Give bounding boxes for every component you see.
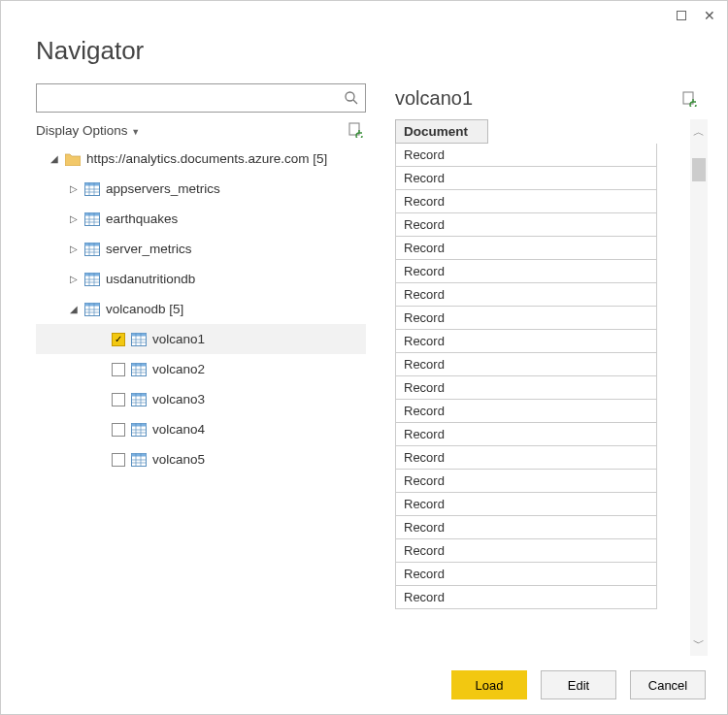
preview-body: Document RecordRecordRecordRecordRecordR…: [395, 119, 708, 656]
table-row[interactable]: Record: [395, 423, 657, 446]
search-icon[interactable]: [344, 90, 359, 106]
search-box[interactable]: [36, 83, 366, 113]
table-row[interactable]: Record: [395, 446, 657, 470]
refresh-icon[interactable]: [348, 122, 364, 138]
titlebar: ✕: [1, 1, 727, 30]
table-icon: [131, 453, 147, 467]
tree-collection[interactable]: volcano5: [36, 444, 366, 474]
table-row[interactable]: Record: [395, 400, 657, 423]
tree-db[interactable]: ▷earthquakes: [36, 204, 366, 234]
table-row[interactable]: Record: [395, 353, 657, 376]
checkbox-icon[interactable]: [112, 453, 125, 467]
tree-collection[interactable]: volcano2: [36, 354, 366, 384]
display-options-label: Display Options: [36, 123, 128, 138]
preview-grid: Document RecordRecordRecordRecordRecordR…: [395, 119, 682, 656]
navigator-window: ✕ Navigator Display Options ▼: [0, 0, 728, 715]
table-row[interactable]: Record: [395, 144, 657, 167]
table-row[interactable]: Record: [395, 493, 657, 516]
tree-db-label: usdanutritiondb: [106, 272, 195, 286]
tree-db-label: server_metrics: [106, 242, 192, 256]
scroll-up-icon[interactable]: ︿: [690, 119, 708, 145]
tree-collection-label: volcano4: [152, 422, 205, 437]
checkbox-icon[interactable]: [112, 393, 125, 406]
svg-rect-28: [85, 303, 100, 306]
tree-root[interactable]: ◢ https://analytics.documents.azure.com …: [36, 144, 366, 174]
table-row[interactable]: Record: [395, 260, 657, 283]
table-icon: [131, 423, 147, 437]
svg-line-1: [353, 100, 357, 104]
table-row[interactable]: Record: [395, 516, 657, 539]
table-row[interactable]: Record: [395, 283, 657, 307]
scrollbar[interactable]: ︿ ﹀: [690, 119, 708, 656]
caret-right-icon: ▷: [69, 213, 79, 224]
display-options-row: Display Options ▼: [36, 113, 366, 144]
tree-db-volcanodb[interactable]: ◢ volcanodb [5]: [36, 294, 366, 324]
tree: ◢ https://analytics.documents.azure.com …: [36, 144, 366, 474]
svg-rect-34: [132, 333, 147, 336]
tree-collection-label: volcano3: [152, 392, 205, 406]
display-options-button[interactable]: Display Options ▼: [36, 123, 140, 138]
table-row[interactable]: Record: [395, 190, 657, 213]
caret-down-icon: ◢: [50, 153, 59, 164]
table-row[interactable]: Record: [395, 376, 657, 400]
preview-title: volcano1: [395, 87, 473, 110]
right-pane: volcano1 Document RecordRecordRecordReco…: [395, 83, 708, 656]
table-row[interactable]: Record: [395, 167, 657, 190]
cancel-button[interactable]: Cancel: [630, 670, 706, 699]
table-icon: [84, 273, 100, 286]
checkbox-checked-icon[interactable]: ✓: [112, 333, 125, 346]
caret-down-icon: ◢: [69, 304, 79, 314]
tree-db[interactable]: ▷usdanutritiondb: [36, 264, 366, 294]
table-row[interactable]: Record: [395, 307, 657, 330]
tree-db[interactable]: ▷server_metrics: [36, 234, 366, 264]
checkbox-icon[interactable]: [112, 363, 125, 376]
tree-db[interactable]: ▷appservers_metrics: [36, 174, 366, 204]
load-button[interactable]: Load: [451, 670, 527, 699]
scrollbar-thumb[interactable]: [692, 158, 706, 181]
table-row[interactable]: Record: [395, 563, 657, 586]
table-row[interactable]: Record: [395, 470, 657, 493]
table-row[interactable]: Record: [395, 586, 657, 609]
column-header-document[interactable]: Document: [395, 119, 488, 144]
svg-rect-16: [85, 243, 100, 245]
table-icon: [131, 363, 147, 376]
tree-collection-label: volcano2: [152, 362, 205, 376]
table-icon: [131, 333, 147, 346]
scroll-down-icon[interactable]: ﹀: [690, 631, 708, 656]
svg-rect-22: [85, 273, 100, 276]
checkbox-icon[interactable]: [112, 423, 125, 437]
search-input[interactable]: [43, 90, 344, 107]
svg-rect-58: [132, 453, 147, 456]
content: Display Options ▼ ◢ https://analytics.do…: [1, 83, 727, 656]
caret-right-icon: ▷: [69, 244, 79, 254]
tree-db-label: earthquakes: [106, 211, 178, 226]
tree-collection-label: volcano1: [152, 332, 205, 346]
svg-rect-52: [132, 423, 147, 426]
table-row[interactable]: Record: [395, 330, 657, 353]
table-row[interactable]: Record: [395, 539, 657, 563]
svg-rect-46: [132, 393, 147, 396]
table-row[interactable]: Record: [395, 213, 657, 237]
tree-db-label: appservers_metrics: [106, 181, 220, 196]
close-icon[interactable]: ✕: [704, 8, 715, 23]
refresh-preview-icon[interactable]: [682, 91, 698, 107]
svg-rect-10: [85, 212, 100, 215]
table-icon: [84, 212, 100, 226]
preview-header: volcano1: [395, 83, 708, 119]
tree-collection[interactable]: volcano4: [36, 414, 366, 444]
left-pane: Display Options ▼ ◢ https://analytics.do…: [36, 83, 366, 656]
tree-collection[interactable]: ✓volcano1: [36, 324, 366, 354]
footer: Load Edit Cancel: [1, 656, 727, 714]
page-title: Navigator: [1, 30, 727, 83]
table-icon: [84, 182, 100, 196]
folder-icon: [65, 152, 81, 166]
tree-collection[interactable]: volcano3: [36, 384, 366, 414]
table-icon: [84, 303, 100, 316]
table-icon: [131, 393, 147, 406]
table-row[interactable]: Record: [395, 237, 657, 260]
maximize-icon[interactable]: [677, 8, 686, 23]
svg-rect-4: [85, 182, 100, 185]
svg-rect-40: [132, 363, 147, 366]
tree-collection-label: volcano5: [152, 452, 205, 467]
edit-button[interactable]: Edit: [541, 670, 616, 699]
